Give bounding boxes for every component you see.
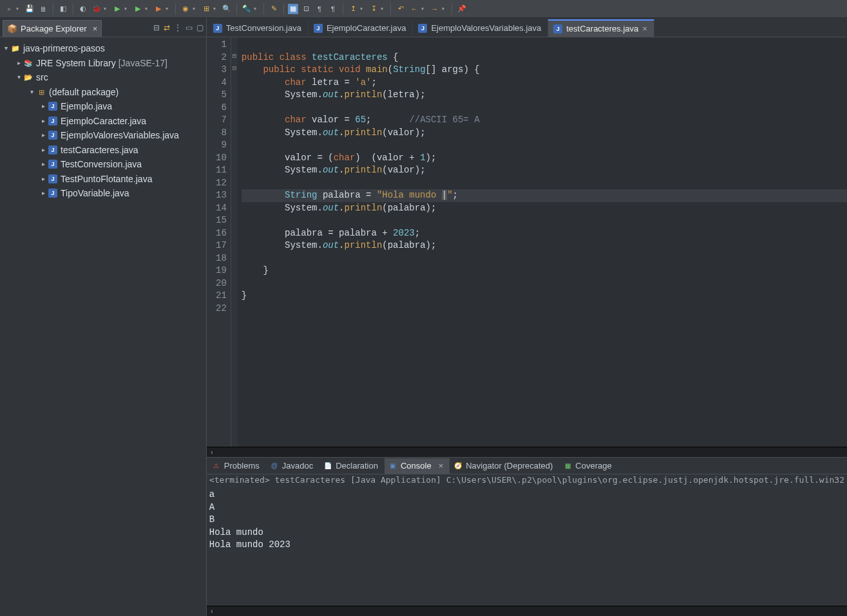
close-icon[interactable]: × [439, 461, 444, 471]
code-line[interactable] [242, 102, 847, 115]
file-node[interactable]: ▸ J EjemploCaracter.java [1, 114, 205, 129]
file-node[interactable]: ▸ J TestPuntoFlotante.java [1, 172, 205, 187]
code-line[interactable]: System.out.println(valor); [242, 127, 847, 140]
code-line[interactable]: } [242, 290, 847, 303]
code-line[interactable] [242, 177, 847, 190]
bottom-tab[interactable]: @ Javadoc [266, 458, 319, 474]
code-line[interactable]: public class testCaracteres { [242, 51, 847, 64]
dropdown-icon[interactable]: ▾ [104, 6, 109, 12]
dropdown-icon[interactable]: ▾ [213, 6, 218, 12]
file-node[interactable]: ▸ J Ejemplo.java [1, 99, 205, 114]
ext-tools-icon[interactable]: ▶ [153, 3, 164, 15]
file-node[interactable]: ▸ J testCaracteres.java [1, 143, 205, 158]
skip-bp-icon[interactable]: ◐ [77, 3, 89, 15]
code-line[interactable]: System.out.println(palabra); [242, 202, 847, 215]
code-line[interactable] [242, 252, 847, 265]
package-node[interactable]: ▾ ⊞ (default package) [1, 85, 205, 100]
dropdown-icon[interactable]: ▾ [124, 6, 129, 12]
expand-icon[interactable]: ▸ [39, 186, 48, 201]
prev-annot-icon[interactable]: ↥ [347, 3, 359, 15]
toggle-mark-icon[interactable]: ✎ [268, 3, 280, 15]
project-node[interactable]: ▾ 📁 java-primeros-pasos [1, 41, 205, 56]
dropdown-icon[interactable]: ▾ [16, 6, 21, 12]
expand-icon[interactable]: ▸ [39, 99, 48, 114]
new-package-icon[interactable]: ⊞ [200, 3, 212, 15]
bottom-tab[interactable]: 📄 Declaration [319, 458, 385, 474]
console-output[interactable]: a A B Hola mundo Hola mundo 2023 [207, 487, 847, 606]
bottom-tab[interactable]: ▦ Coverage [559, 458, 618, 474]
code-line[interactable]: String palabra = "Hola mundo |"; [242, 189, 847, 202]
editor-tab[interactable]: J EjemploCaracter.java [309, 19, 414, 37]
folding-gutter[interactable]: ⊟⊟ [231, 37, 238, 447]
forward-icon[interactable]: → [429, 3, 441, 15]
show-ws-icon[interactable]: ¶ [327, 3, 339, 15]
file-node[interactable]: ▸ J TipoVariable.java [1, 186, 205, 201]
view-menu-icon[interactable]: ⋮ [174, 23, 182, 32]
dropdown-icon[interactable]: ▾ [360, 6, 365, 12]
editor-tab[interactable]: J TestConversion.java [208, 19, 309, 37]
expand-icon[interactable]: ▸ [39, 157, 48, 172]
expand-icon[interactable]: ▸ [39, 128, 48, 143]
back-icon[interactable]: ← [408, 3, 420, 15]
code-editor[interactable]: 12345678910111213141516171819202122 ⊟⊟ p… [207, 37, 847, 447]
bottom-tab[interactable]: ⚠ Problems [208, 458, 266, 474]
scroll-left-icon[interactable]: ‹ [207, 447, 217, 458]
jre-node[interactable]: ▸ 📚 JRE System Library [JavaSE-17] [1, 56, 205, 71]
console-scrollbar[interactable]: ‹ [207, 606, 847, 616]
editor-tab[interactable]: J testCaracteres.java× [548, 19, 654, 37]
run-icon[interactable]: ▶ [111, 3, 123, 15]
dropdown-icon[interactable]: ▾ [442, 6, 447, 12]
save-all-icon[interactable]: 🗎 [37, 3, 49, 15]
file-node[interactable]: ▸ J EjemploValoresVariables.java [1, 128, 205, 143]
code-line[interactable] [242, 214, 847, 227]
code-line[interactable]: System.out.println(valor); [242, 164, 847, 177]
dropdown-icon[interactable]: ▾ [421, 6, 426, 12]
code-line[interactable]: valor = (char) (valor + 1); [242, 152, 847, 165]
pin-icon[interactable]: 📌 [456, 3, 468, 15]
code-line[interactable]: char letra = 'a'; [242, 77, 847, 89]
dropdown-icon[interactable]: ▾ [145, 6, 150, 12]
bottom-tab[interactable]: 🧭 Navigator (Deprecated) [450, 458, 559, 474]
scroll-left-icon[interactable]: ‹ [207, 606, 217, 617]
code-line[interactable] [242, 277, 847, 290]
word-wrap-icon[interactable]: ¶ [314, 3, 325, 15]
debug-icon[interactable]: 🐞 [91, 3, 102, 15]
bottom-tab[interactable]: ▣ Console× [385, 458, 450, 474]
code-line[interactable]: System.out.println(palabra); [242, 239, 847, 252]
code-line[interactable]: palabra = palabra + 2023; [242, 227, 847, 240]
new-class-icon[interactable]: ◉ [180, 3, 191, 15]
dropdown-icon[interactable]: ▾ [166, 6, 171, 12]
collapse-all-icon[interactable]: ⊟ [153, 23, 160, 32]
code-line[interactable] [242, 303, 847, 315]
new-icon[interactable]: ▫ [3, 3, 15, 15]
editor-tab[interactable]: J EjemploValoresVariables.java [413, 19, 548, 37]
expand-icon[interactable]: ▾ [1, 41, 10, 56]
code-line[interactable] [242, 139, 847, 152]
expand-icon[interactable]: ▸ [39, 143, 48, 158]
minimize-icon[interactable]: ▭ [186, 23, 193, 32]
block-select-icon[interactable]: ▦ [288, 4, 298, 14]
editor-scrollbar[interactable]: ‹ [207, 447, 847, 457]
file-node[interactable]: ▸ J TestConversion.java [1, 157, 205, 172]
dropdown-icon[interactable]: ▾ [381, 6, 386, 12]
expand-icon[interactable]: ▾ [27, 85, 36, 100]
next-annot-icon[interactable]: ↧ [368, 3, 379, 15]
last-edit-icon[interactable]: ↶ [395, 3, 406, 15]
maximize-icon[interactable]: ▢ [196, 23, 204, 32]
code-line[interactable]: char valor = 65; //ASCII 65= A [242, 114, 847, 127]
search-icon[interactable]: 🔦 [241, 3, 252, 15]
expand-icon[interactable]: ▾ [14, 70, 23, 85]
expand-icon[interactable]: ▸ [39, 172, 48, 187]
code-line[interactable] [242, 39, 847, 51]
code-line[interactable]: } [242, 265, 847, 277]
code-line[interactable]: public static void main(String[] args) { [242, 64, 847, 77]
save-icon[interactable]: 💾 [24, 3, 35, 15]
coverage-icon[interactable]: ▶ [132, 3, 144, 15]
ws-icon[interactable]: ⊡ [300, 3, 312, 15]
code-line[interactable]: System.out.println(letra); [242, 89, 847, 102]
dropdown-icon[interactable]: ▾ [193, 6, 198, 12]
code-area[interactable]: public class testCaracteres { public sta… [238, 37, 847, 447]
expand-icon[interactable]: ▸ [14, 56, 23, 71]
package-explorer-tab[interactable]: 📦 Package Explorer × [3, 20, 102, 37]
close-icon[interactable]: × [642, 24, 647, 33]
